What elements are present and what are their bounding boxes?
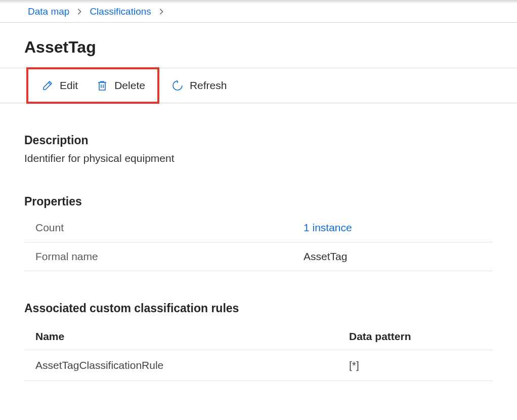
property-row-count: Count 1 instance: [24, 214, 493, 242]
properties-heading: Properties: [24, 195, 493, 208]
edit-icon: [41, 79, 54, 92]
description-heading: Description: [24, 134, 493, 147]
delete-button[interactable]: Delete: [87, 76, 154, 95]
column-header-pattern: Data pattern: [349, 330, 491, 343]
breadcrumb-link-classifications[interactable]: Classifications: [90, 6, 151, 17]
property-label: Formal name: [35, 250, 304, 263]
property-value-link[interactable]: 1 instance: [304, 222, 352, 234]
page-title: AssetTag: [24, 38, 517, 57]
properties-section: Properties Count 1 instance Formal name …: [24, 195, 493, 271]
breadcrumb: Data map Classifications: [0, 3, 517, 23]
rules-section: Associated custom classification rules N…: [24, 302, 493, 381]
property-label: Count: [35, 222, 304, 234]
rules-heading: Associated custom classification rules: [24, 302, 493, 315]
edit-button[interactable]: Edit: [32, 76, 87, 95]
refresh-button[interactable]: Refresh: [162, 76, 236, 95]
description-text: Identifier for physical equipment: [24, 152, 493, 164]
edit-label: Edit: [60, 79, 78, 92]
rules-table: Name Data pattern AssetTagClassification…: [24, 323, 493, 381]
highlight-box: Edit Delete: [26, 67, 159, 104]
refresh-icon: [171, 79, 184, 92]
refresh-label: Refresh: [190, 79, 227, 92]
trash-icon: [96, 79, 108, 92]
table-header: Name Data pattern: [24, 323, 493, 350]
rule-name: AssetTagClassificationRule: [35, 359, 349, 371]
property-row-formal-name: Formal name AssetTag: [24, 242, 493, 271]
toolbar: Edit Delete Refresh: [0, 68, 517, 103]
content-area: Description Identifier for physical equi…: [0, 103, 517, 401]
chevron-right-icon: [76, 8, 82, 15]
chevron-right-icon: [158, 8, 164, 15]
table-row: AssetTagClassificationRule [*]: [24, 350, 493, 381]
breadcrumb-link-data-map[interactable]: Data map: [28, 6, 69, 17]
column-header-name: Name: [35, 330, 349, 343]
rule-pattern: [*]: [349, 359, 491, 371]
title-area: AssetTag: [0, 23, 517, 68]
description-section: Description Identifier for physical equi…: [24, 134, 493, 164]
property-value: AssetTag: [304, 250, 347, 263]
delete-label: Delete: [114, 79, 145, 92]
